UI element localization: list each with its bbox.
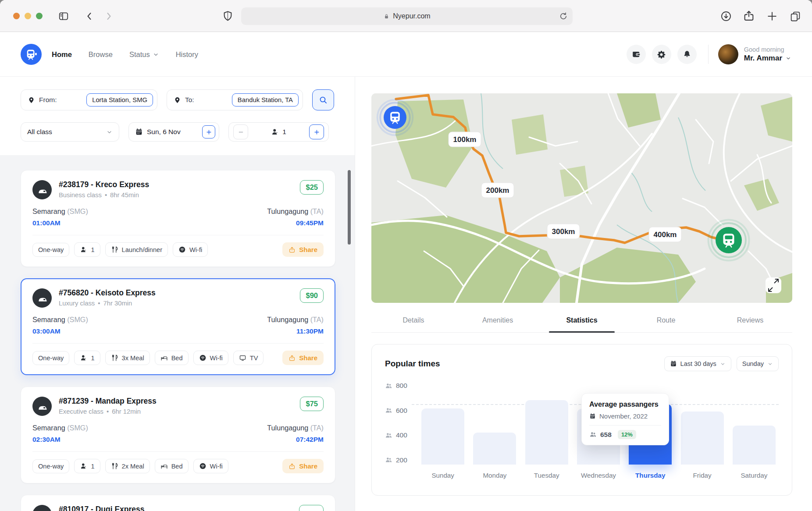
share-page-icon[interactable] (743, 10, 755, 22)
to-field[interactable]: To: Banduk Station, TA (167, 89, 303, 110)
sidebar-toggle-icon[interactable] (58, 11, 69, 22)
from-field[interactable]: From: Lorta Station, SMG (21, 89, 157, 110)
destination-station: Tulungagung (TA)11:30PM (267, 316, 324, 335)
tab-reviews[interactable]: Reviews (708, 306, 792, 332)
person-icon (80, 354, 87, 362)
trip-card[interactable]: #871239 - Mandap ExpressExecutive class•… (21, 387, 335, 483)
add-date-button[interactable] (202, 125, 215, 138)
wifi-icon (199, 462, 207, 470)
trip-card[interactable]: #810917 - Dugi Express (21, 495, 335, 511)
trip-title: #810917 - Dugi Express (59, 505, 145, 511)
notifications-button[interactable] (677, 45, 697, 64)
downloads-icon[interactable] (720, 10, 732, 22)
share-icon (288, 246, 296, 253)
address-bar[interactable]: Nyepur.com (241, 7, 573, 25)
lock-icon (383, 13, 390, 20)
amenity-tag: 2x Meal (105, 459, 150, 473)
share-button[interactable]: Share (282, 459, 324, 473)
share-button[interactable]: Share (282, 242, 324, 257)
amenity-tag: 3x Meal (105, 351, 150, 365)
app-logo[interactable] (21, 44, 42, 65)
from-value-chip[interactable]: Lorta Station, SMG (86, 93, 153, 106)
user-menu[interactable]: Good morning Mr. Ammar (744, 46, 791, 63)
chevron-down-icon (767, 361, 773, 367)
amenity-tag: One-way (32, 243, 69, 257)
statistics-panel: Popular times Last 30 days Sunday (371, 344, 792, 496)
tab-statistics[interactable]: Statistics (540, 306, 624, 332)
tab-amenities[interactable]: Amenities (456, 306, 540, 332)
privacy-shield-icon[interactable] (222, 10, 234, 22)
list-scrollbar[interactable] (348, 170, 351, 245)
origin-station: Semarang (SMG)03:00AM (32, 316, 88, 335)
people-icon (385, 432, 392, 439)
trip-list: #238179 - Kreco ExpressBusiness class•8h… (0, 155, 355, 511)
class-select[interactable]: All class (21, 122, 119, 142)
route-map[interactable]: 100km200km300km400km (371, 93, 792, 303)
day-filter[interactable]: Sunday (737, 356, 779, 371)
y-axis-tick: 200 (385, 456, 407, 464)
x-axis-label-sunday: Sunday (417, 472, 469, 479)
wifi-icon (178, 246, 186, 253)
nav-label: Browse (89, 50, 113, 59)
tab-details[interactable]: Details (371, 306, 456, 332)
date-range-filter[interactable]: Last 30 days (664, 356, 731, 371)
reload-icon[interactable] (559, 11, 568, 21)
calendar-icon (670, 360, 677, 367)
wallet-button[interactable] (627, 45, 646, 64)
to-value-chip[interactable]: Banduk Station, TA (232, 93, 299, 106)
class-value: All class (27, 128, 52, 136)
amenity-tag: Wi-fi (193, 459, 228, 473)
tab-route[interactable]: Route (624, 306, 708, 332)
app-header: HomeBrowseStatusHistory Good morning Mr.… (0, 32, 812, 77)
svg-text:300km: 300km (552, 227, 575, 236)
trip-card[interactable]: #756820 - Keisoto ExpressLuxury class•7h… (21, 278, 335, 375)
wallet-icon (631, 50, 641, 59)
bar-tuesday[interactable] (525, 400, 568, 465)
passenger-stepper: 1 (228, 122, 329, 142)
back-button[interactable] (84, 11, 95, 21)
map-expand-button[interactable] (766, 277, 781, 293)
search-button[interactable] (312, 89, 334, 110)
settings-button[interactable] (652, 45, 671, 64)
trip-card[interactable]: #238179 - Kreco ExpressBusiness class•8h… (21, 170, 335, 267)
train-icon (37, 185, 47, 195)
x-axis-label-thursday: Thursday (624, 472, 676, 479)
trip-price-badge (299, 505, 324, 511)
meal-icon (111, 246, 118, 253)
chart-tooltip: Average passangers November, 2022 658 12… (581, 393, 669, 445)
train-icon (37, 293, 47, 303)
close-window-button[interactable] (13, 13, 20, 19)
trip-title: #238179 - Kreco Express (59, 180, 149, 189)
nav-item-browse[interactable]: Browse (89, 50, 113, 59)
date-select[interactable]: Sun, 6 Nov (128, 122, 219, 142)
origin-station: Semarang (SMG)02:30AM (32, 424, 88, 444)
share-button[interactable]: Share (282, 351, 324, 365)
forward-button[interactable] (103, 11, 114, 21)
decrease-passengers-button[interactable] (233, 124, 248, 139)
results-panel: From: Lorta Station, SMG To: Banduk Stat… (0, 77, 355, 511)
nav-item-status[interactable]: Status (129, 50, 159, 59)
tab-overview-icon[interactable] (789, 10, 801, 22)
zoom-window-button[interactable] (36, 13, 43, 19)
calendar-icon (589, 413, 596, 419)
departure-time: 03:00AM (32, 327, 88, 335)
amenity-tag: 1 (74, 242, 100, 257)
passenger-icon (271, 128, 279, 136)
bar-monday[interactable] (473, 433, 516, 465)
new-tab-icon[interactable] (766, 10, 778, 22)
user-avatar[interactable] (718, 44, 738, 64)
bar-saturday[interactable] (733, 426, 776, 465)
minimize-window-button[interactable] (25, 13, 31, 19)
people-icon (385, 456, 392, 464)
destination-station: Tulungagung (TA)07:42PM (267, 424, 324, 444)
nav-item-history[interactable]: History (176, 50, 198, 59)
gear-icon (657, 50, 666, 59)
increase-passengers-button[interactable] (309, 124, 324, 139)
nav-item-home[interactable]: Home (52, 50, 72, 59)
bar-friday[interactable] (681, 412, 724, 465)
amenity-tag: TV (233, 351, 264, 365)
trip-title: #871239 - Mandap Express (59, 397, 157, 406)
bar-sunday[interactable] (421, 408, 464, 465)
amenity-tag: Launch/dinner (105, 242, 168, 257)
x-axis-label-friday: Friday (676, 472, 728, 479)
